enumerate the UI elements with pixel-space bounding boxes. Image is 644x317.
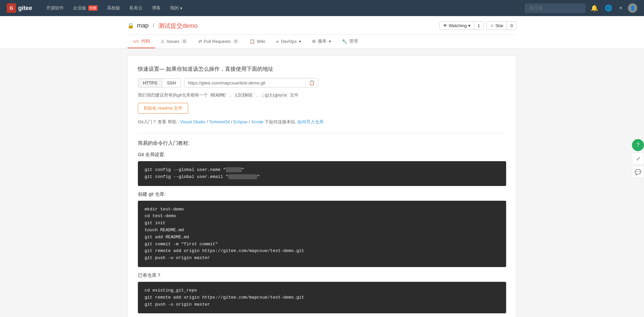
global-setup-section: Git 全局设置: git config --global user.name … (138, 152, 506, 186)
tutorial-title: 简易的命令行入门教程: (138, 140, 506, 146)
star-button-main[interactable]: ☆ Star (487, 22, 507, 29)
quick-setup-title: 快速设置— 如果你知道该怎么操作，直接使用下面的地址 (138, 66, 506, 73)
repo-name[interactable]: 测试提交demo (158, 22, 198, 30)
recommend-text: 我们强烈建议所有的git仓库都有一个 README ， LICENSE ， .g… (138, 92, 506, 98)
logo-icon: G (7, 3, 16, 13)
copy-icon: 📋 (309, 80, 315, 85)
create-repo-section: 创建 git 仓库: mkdir test-demo cd test-demo … (138, 191, 506, 267)
nav-right: 🔔 🌐 + 👤 (525, 3, 637, 13)
nav-university[interactable]: 高校版 (103, 4, 124, 12)
site-logo[interactable]: G gitee (7, 3, 32, 13)
notification-icon[interactable]: 🔔 (589, 3, 599, 13)
code-icon: </> (133, 39, 139, 44)
readme-code: README (209, 92, 227, 98)
xcode-link[interactable]: Xcode (251, 119, 264, 124)
tab-services[interactable]: ⚙ 服务 ▾ (307, 35, 336, 48)
nav-mine[interactable]: 我的 ▾ (166, 4, 186, 12)
star-button[interactable]: ☆ Star 0 (486, 21, 517, 30)
star-label: Star (495, 23, 503, 28)
globe-icon[interactable]: 🌐 (603, 3, 613, 13)
devops-icon: ∞ (276, 39, 279, 44)
repo-tabs: </> 代码 ⚠ Issues 0 ⇄ Pull Requests 0 📋 Wi… (127, 35, 517, 48)
redacted-name: ██████ (226, 167, 241, 172)
content-card: 快速设置— 如果你知道该怎么操作，直接使用下面的地址 HTTPS SSH 📋 我… (127, 55, 517, 317)
create-repo-code: mkdir test-demo cd test-demo git init to… (138, 201, 506, 267)
init-readme-button[interactable]: 初始化 readme 文件 (138, 103, 188, 114)
existing-repo-title: 已有仓库？ (138, 272, 506, 278)
nav-enterprise[interactable]: 企业版 特惠 (69, 4, 102, 12)
eye-icon: 👁 (443, 23, 447, 28)
chat-icon: 💬 (635, 169, 641, 175)
repo-separator: / (153, 22, 154, 29)
license-code: LICENSE (234, 92, 254, 98)
chat-button[interactable]: 💬 (632, 166, 644, 178)
repo-title: 🔒 map / 测试提交demo (127, 22, 198, 30)
visual-studio-link[interactable]: Visual Studio (180, 119, 206, 124)
tab-code[interactable]: </> 代码 (127, 35, 155, 48)
tab-wiki[interactable]: 📋 Wiki (244, 36, 271, 48)
manage-icon: 🔧 (342, 39, 347, 44)
pr-badge: 0 (233, 39, 239, 44)
import-repo-link[interactable]: 如何导入仓库 (298, 119, 324, 124)
chevron-down-icon: ▾ (180, 6, 182, 11)
url-input-wrap: 📋 (184, 78, 318, 87)
tutorial-section: 简易的命令行入门教程: Git 全局设置: git config --globa… (138, 140, 506, 313)
star-icon: ☆ (490, 23, 494, 28)
issues-badge: 0 (181, 39, 187, 44)
main-content: 快速设置— 如果你知道该怎么操作，直接使用下面的地址 HTTPS SSH 📋 我… (121, 55, 523, 317)
lock-icon: 🔒 (127, 22, 134, 29)
nav-privatecloud[interactable]: 私有云 (125, 4, 147, 12)
help-button[interactable]: ? (632, 139, 644, 151)
repo-actions: 👁 Watching ▾ 1 ☆ Star 0 (439, 21, 517, 30)
chevron-down-icon: ▾ (299, 39, 301, 44)
watch-button[interactable]: 👁 Watching ▾ 1 (439, 21, 484, 30)
gitignore-code: .gitignore (261, 92, 288, 98)
services-icon: ⚙ (312, 39, 316, 44)
git-help-text: Git入门？ 查看 帮助 , Visual Studio / TortoiseG… (138, 119, 506, 125)
wiki-icon: 📋 (250, 39, 255, 44)
create-repo-title: 创建 git 仓库: (138, 191, 506, 197)
redacted-email: ███████████ (228, 174, 257, 179)
top-navigation: G gitee 开源软件 企业版 特惠 高校版 私有云 博客 我的 ▾ 🔔 🌐 … (0, 0, 644, 16)
pr-icon: ⇄ (198, 39, 202, 44)
chevron-down-icon: ▾ (329, 39, 331, 44)
avatar[interactable]: 👤 (628, 3, 637, 13)
copy-button[interactable]: 📋 (305, 78, 318, 87)
repo-header: 🔒 map / 测试提交demo 👁 Watching ▾ 1 ☆ (0, 16, 644, 49)
tab-issues[interactable]: ⚠ Issues 0 (155, 36, 193, 48)
watch-label: Watching (449, 23, 467, 28)
ssh-tab[interactable]: SSH (162, 78, 181, 87)
tab-manage[interactable]: 🔧 管理 (336, 35, 363, 48)
star-count[interactable]: 0 (507, 22, 516, 29)
global-setup-title: Git 全局设置: (138, 152, 506, 158)
issues-icon: ⚠ (161, 39, 165, 44)
question-icon: ? (637, 142, 640, 148)
existing-repo-code: cd existing_git_repo git remote add orig… (138, 282, 506, 313)
tab-devops[interactable]: ∞ DevOps ▾ (270, 36, 306, 48)
chevron-down-icon: ▾ (468, 23, 471, 28)
repo-title-row: 🔒 map / 测试提交demo 👁 Watching ▾ 1 ☆ (127, 21, 517, 30)
nav-blog[interactable]: 博客 (148, 4, 165, 12)
tab-pullrequests[interactable]: ⇄ Pull Requests 0 (193, 36, 244, 48)
tortoisegit-link[interactable]: TortoiseGit (209, 119, 230, 124)
float-help: ? ⤢ 💬 (632, 139, 644, 178)
global-setup-code: git config --global user.name "██████" g… (138, 161, 506, 186)
search-input[interactable] (525, 4, 585, 13)
watch-button-main[interactable]: 👁 Watching ▾ (440, 22, 474, 29)
url-input[interactable] (184, 79, 305, 87)
eclipse-link[interactable]: Eclipse (233, 119, 248, 124)
url-selector: HTTPS SSH 📋 (138, 78, 506, 87)
expand-icon: ⤢ (636, 155, 640, 162)
add-icon[interactable]: + (618, 3, 624, 13)
logo-text: gitee (18, 5, 32, 12)
watch-count[interactable]: 1 (474, 22, 483, 29)
repo-owner[interactable]: map (137, 22, 149, 29)
section-divider (138, 133, 506, 133)
existing-repo-section: 已有仓库？ cd existing_git_repo git remote ad… (138, 272, 506, 313)
expand-button[interactable]: ⤢ (632, 152, 644, 165)
https-tab[interactable]: HTTPS (138, 78, 162, 87)
nav-links: 开源软件 企业版 特惠 高校版 私有云 博客 我的 ▾ (42, 4, 525, 12)
enterprise-badge: 特惠 (88, 5, 98, 11)
nav-opensource[interactable]: 开源软件 (42, 4, 68, 12)
